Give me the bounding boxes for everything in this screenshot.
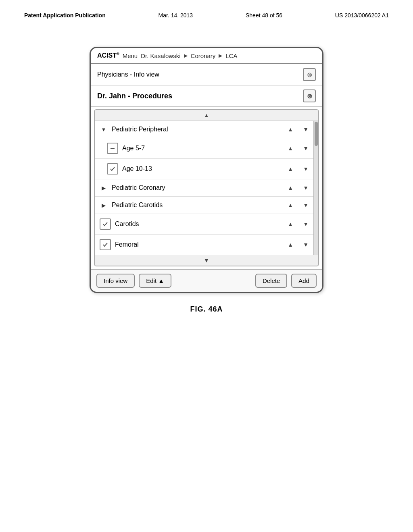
row-up-button[interactable]: ▲ <box>288 126 293 133</box>
close-drjahn-button[interactable]: ⊗ <box>303 89 316 102</box>
row-down-button[interactable]: ▼ <box>303 241 309 248</box>
nav-arrow-2: ▶ <box>219 53 222 58</box>
item-label: Carotids <box>115 220 288 228</box>
nav-arrow-1: ▶ <box>184 53 188 58</box>
scroll-down-arrow[interactable]: ▼ <box>204 257 209 264</box>
row-down-button[interactable]: ▼ <box>303 185 309 191</box>
nav-menu[interactable]: Menu <box>123 52 138 59</box>
expand-right-icon: ▶ <box>100 201 108 209</box>
figure-caption: FIG. 46A <box>190 305 223 314</box>
expand-right-icon: ▶ <box>100 184 108 192</box>
item-label: Pediatric Peripheral <box>112 126 288 133</box>
row-up-button[interactable]: ▲ <box>288 221 293 227</box>
item-label: Age 5-7 <box>122 145 288 152</box>
row-actions: ▲ ▼ <box>288 221 309 227</box>
close-icon-1: ⊗ <box>307 71 312 79</box>
scrollbar-track[interactable] <box>313 121 318 255</box>
check-icon <box>100 218 111 230</box>
row-down-button[interactable]: ▼ <box>303 145 309 152</box>
brand-logo: ACIST® <box>97 52 119 59</box>
patent-sheet: Sheet 48 of 56 <box>246 12 282 19</box>
scrollbar-thumb[interactable] <box>315 122 318 146</box>
list-with-scroll: ▼ Pediatric Peripheral ▲ ▼ Age 5-7 <box>95 121 318 255</box>
scroll-up-row[interactable]: ▲ <box>95 110 318 121</box>
main-content: ACIST® Menu Dr. Kasalowski ▶ Coronary ▶ … <box>0 23 413 314</box>
row-up-button[interactable]: ▲ <box>288 241 293 248</box>
patent-number: US 2013/0066202 A1 <box>335 12 389 19</box>
scroll-down-row[interactable]: ▼ <box>95 255 318 266</box>
check-icon <box>100 239 111 250</box>
bottom-bar: Info view Edit ▲ Delete Add <box>91 269 322 292</box>
nav-bar: ACIST® Menu Dr. Kasalowski ▶ Coronary ▶ … <box>91 48 322 64</box>
row-up-button[interactable]: ▲ <box>288 166 293 172</box>
expand-down-icon: ▼ <box>100 125 108 133</box>
row-up-button[interactable]: ▲ <box>288 185 293 191</box>
check-icon <box>107 163 118 175</box>
list-item[interactable]: ▶ Pediatric Carotids ▲ ▼ <box>95 197 313 214</box>
row-actions: ▲ ▼ <box>288 185 309 191</box>
item-label: Pediatric Carotids <box>112 202 288 209</box>
patent-date: Mar. 14, 2013 <box>159 12 193 19</box>
nav-user: Dr. Kasalowski <box>141 52 180 59</box>
row-down-button[interactable]: ▼ <box>303 221 309 227</box>
patent-label: Patent Application Publication <box>24 12 106 19</box>
row-actions: ▲ ▼ <box>288 145 309 152</box>
list-item[interactable]: ▶ Pediatric Coronary ▲ ▼ <box>95 179 313 197</box>
row-up-button[interactable]: ▲ <box>288 145 293 152</box>
list-rows: ▼ Pediatric Peripheral ▲ ▼ Age 5-7 <box>95 121 313 255</box>
row-actions: ▲ ▼ <box>288 202 309 208</box>
info-drjahn-label: Dr. Jahn - Procedures <box>97 92 303 100</box>
nav-section[interactable]: Coronary <box>191 52 216 59</box>
row-actions: ▲ ▼ <box>288 241 309 248</box>
item-label: Pediatric Coronary <box>112 184 288 191</box>
delete-button[interactable]: Delete <box>255 274 287 288</box>
device-frame: ACIST® Menu Dr. Kasalowski ▶ Coronary ▶ … <box>90 47 323 293</box>
minus-icon <box>107 143 118 154</box>
info-physicians-label: Physicians - Info view <box>97 71 303 78</box>
info-row-dr-jahn: Dr. Jahn - Procedures ⊗ <box>91 85 322 107</box>
list-item[interactable]: Age 10-13 ▲ ▼ <box>95 159 313 179</box>
info-view-button[interactable]: Info view <box>96 274 135 288</box>
edit-button[interactable]: Edit ▲ <box>139 274 171 288</box>
list-item[interactable]: Carotids ▲ ▼ <box>95 214 313 235</box>
scroll-area: ▲ ▼ Pediatric Peripheral ▲ ▼ <box>94 109 319 266</box>
patent-header: Patent Application Publication Mar. 14, … <box>0 0 413 23</box>
close-physicians-button[interactable]: ⊗ <box>303 68 316 81</box>
add-button[interactable]: Add <box>291 274 317 288</box>
row-down-button[interactable]: ▼ <box>303 126 309 133</box>
row-up-button[interactable]: ▲ <box>288 202 293 208</box>
row-actions: ▲ ▼ <box>288 166 309 172</box>
row-down-button[interactable]: ▼ <box>303 202 309 208</box>
svg-rect-0 <box>111 148 115 149</box>
list-item[interactable]: Femoral ▲ ▼ <box>95 235 313 255</box>
scroll-up-arrow[interactable]: ▲ <box>204 112 209 118</box>
info-row-physicians: Physicians - Info view ⊗ <box>91 64 322 85</box>
row-down-button[interactable]: ▼ <box>303 166 309 172</box>
item-label: Age 10-13 <box>122 165 288 172</box>
list-item[interactable]: ▼ Pediatric Peripheral ▲ ▼ <box>95 121 313 138</box>
close-icon-2: ⊗ <box>307 92 312 100</box>
nav-subsection[interactable]: LCA <box>225 52 237 59</box>
list-item[interactable]: Age 5-7 ▲ ▼ <box>95 138 313 159</box>
row-actions: ▲ ▼ <box>288 126 309 133</box>
item-label: Femoral <box>115 241 288 248</box>
